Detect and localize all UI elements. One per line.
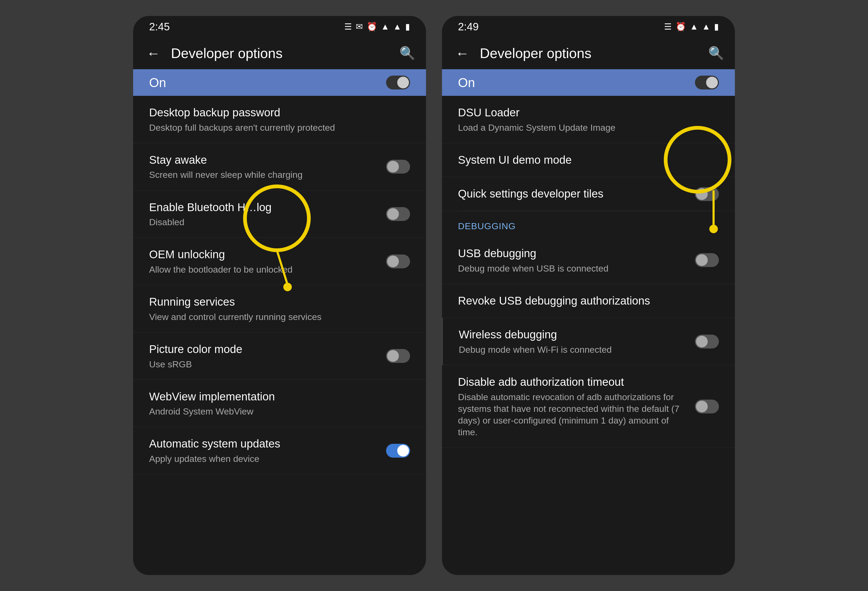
bluetooth-hci-toggle[interactable]: [386, 207, 410, 221]
item-title: Stay awake: [149, 153, 381, 168]
left-on-label: On: [149, 75, 166, 90]
item-title: Picture color mode: [149, 342, 381, 357]
item-subtitle: Desktop full backups aren't currently pr…: [149, 122, 405, 133]
item-title: DSU Loader: [458, 105, 714, 120]
left-search-button[interactable]: 🔍: [399, 46, 415, 61]
right-on-label: On: [458, 75, 475, 90]
left-back-button[interactable]: ←: [144, 43, 163, 64]
sim-icon: ☰: [664, 22, 672, 32]
toggle-thumb: [397, 445, 409, 457]
auto-update-toggle[interactable]: [386, 444, 410, 458]
list-item[interactable]: Revoke USB debugging authorizations: [442, 284, 735, 318]
right-scroll-content: DSU Loader Load a Dynamic System Update …: [442, 96, 735, 575]
toggle-thumb: [387, 350, 399, 362]
debugging-section-header: DEBUGGING: [442, 211, 735, 237]
usb-debug-toggle[interactable]: [695, 253, 719, 267]
item-text: USB debugging Debug mode when USB is con…: [458, 246, 689, 274]
item-text: WebView implementation Android System We…: [149, 389, 405, 417]
list-item[interactable]: WebView implementation Android System We…: [133, 380, 426, 427]
left-status-bar: 2:45 ☰ ✉ ⏰ ▲ ▲ ▮: [133, 16, 426, 37]
signal-icon: ▲: [393, 22, 402, 32]
toggle-thumb: [387, 208, 399, 220]
toggle-thumb: [387, 256, 399, 267]
item-subtitle: Use sRGB: [149, 358, 381, 370]
item-text: Picture color mode Use sRGB: [149, 342, 381, 370]
battery-icon: ▮: [405, 22, 410, 32]
item-text: Automatic system updates Apply updates w…: [149, 436, 381, 464]
left-status-icons: ☰ ✉ ⏰ ▲ ▲ ▮: [344, 22, 410, 32]
item-text: Revoke USB debugging authorizations: [458, 294, 714, 308]
quick-settings-toggle[interactable]: [695, 187, 719, 201]
list-item[interactable]: Automatic system updates Apply updates w…: [133, 427, 426, 475]
right-phone: 2:49 ☰ ⏰ ▲ ▲ ▮ ← Developer options 🔍 On: [442, 16, 735, 575]
item-subtitle: View and control currently running servi…: [149, 311, 405, 323]
right-app-title: Developer options: [480, 45, 700, 61]
left-app-title: Developer options: [171, 45, 391, 61]
right-status-icons: ☰ ⏰ ▲ ▲ ▮: [664, 22, 719, 32]
item-title: WebView implementation: [149, 389, 405, 404]
wireless-debug-toggle[interactable]: [695, 335, 719, 348]
list-item[interactable]: Wireless debugging Debug mode when Wi-Fi…: [442, 318, 735, 365]
right-status-bar: 2:49 ☰ ⏰ ▲ ▲ ▮: [442, 16, 735, 37]
item-title: USB debugging: [458, 246, 689, 261]
picture-color-toggle[interactable]: [386, 349, 410, 363]
right-on-bar: On: [442, 69, 735, 96]
item-title: OEM unlocking: [149, 247, 381, 262]
item-title: Revoke USB debugging authorizations: [458, 294, 714, 308]
item-subtitle: Load a Dynamic System Update Image: [458, 122, 714, 133]
left-main-toggle-thumb: [397, 77, 409, 88]
left-main-toggle[interactable]: [386, 76, 410, 90]
alarm-icon: ⏰: [367, 22, 377, 32]
list-item[interactable]: Desktop backup password Desktop full bac…: [133, 96, 426, 143]
item-subtitle: Screen will never sleep while charging: [149, 169, 381, 180]
item-subtitle: Debug mode when USB is connected: [458, 262, 689, 274]
right-main-toggle-thumb: [706, 77, 718, 88]
item-subtitle: Disabled: [149, 216, 381, 228]
item-text: Desktop backup password Desktop full bac…: [149, 105, 405, 133]
item-text: System UI demo mode: [458, 153, 714, 168]
item-text: OEM unlocking Allow the bootloader to be…: [149, 247, 381, 275]
toggle-thumb: [696, 188, 708, 200]
list-item[interactable]: Running services View and control curren…: [133, 285, 426, 333]
left-phone: 2:45 ☰ ✉ ⏰ ▲ ▲ ▮ ← Developer options 🔍 O…: [133, 16, 426, 575]
left-status-time: 2:45: [149, 21, 170, 33]
item-title: Disable adb authorization timeout: [458, 375, 689, 389]
list-item[interactable]: Quick settings developer tiles: [442, 177, 735, 211]
list-item[interactable]: Stay awake Screen will never sleep while…: [133, 143, 426, 191]
item-text: Disable adb authorization timeout Disabl…: [458, 375, 689, 438]
left-on-bar: On: [133, 69, 426, 96]
oem-unlock-toggle[interactable]: [386, 255, 410, 268]
left-scroll-content: Desktop backup password Desktop full bac…: [133, 96, 426, 575]
list-item[interactable]: Disable adb authorization timeout Disabl…: [442, 365, 735, 448]
right-back-button[interactable]: ←: [453, 43, 472, 64]
item-text: DSU Loader Load a Dynamic System Update …: [458, 105, 714, 133]
left-app-bar: ← Developer options 🔍: [133, 37, 426, 69]
item-subtitle: Debug mode when Wi-Fi is connected: [459, 344, 689, 355]
wifi-icon: ▲: [690, 22, 698, 32]
right-main-toggle[interactable]: [695, 76, 719, 90]
item-text: Quick settings developer tiles: [458, 187, 689, 201]
adb-timeout-toggle[interactable]: [695, 399, 719, 413]
item-title: Wireless debugging: [459, 327, 689, 342]
list-item[interactable]: Enable Bluetooth H…log Disabled: [133, 191, 426, 238]
item-text: Stay awake Screen will never sleep while…: [149, 153, 381, 181]
stay-awake-toggle[interactable]: [386, 160, 410, 174]
toggle-thumb: [696, 336, 708, 348]
alarm-icon: ⏰: [676, 22, 686, 32]
list-item[interactable]: DSU Loader Load a Dynamic System Update …: [442, 96, 735, 143]
right-app-bar: ← Developer options 🔍: [442, 37, 735, 69]
right-search-button[interactable]: 🔍: [708, 46, 724, 61]
item-text: Running services View and control curren…: [149, 295, 405, 323]
item-text: Enable Bluetooth H…log Disabled: [149, 200, 381, 228]
list-item[interactable]: System UI demo mode: [442, 143, 735, 177]
toggle-thumb: [696, 254, 708, 266]
list-item[interactable]: OEM unlocking Allow the bootloader to be…: [133, 238, 426, 285]
toggle-thumb: [387, 161, 399, 172]
list-item[interactable]: USB debugging Debug mode when USB is con…: [442, 237, 735, 284]
item-subtitle: Apply updates when device: [149, 453, 381, 464]
left-phone-wrapper: 2:45 ☰ ✉ ⏰ ▲ ▲ ▮ ← Developer options 🔍 O…: [133, 16, 426, 575]
item-subtitle: Allow the bootloader to be unlocked: [149, 264, 381, 275]
right-phone-wrapper: 2:49 ☰ ⏰ ▲ ▲ ▮ ← Developer options 🔍 On: [442, 16, 735, 575]
item-title: Enable Bluetooth H…log: [149, 200, 381, 215]
list-item[interactable]: Picture color mode Use sRGB: [133, 333, 426, 380]
